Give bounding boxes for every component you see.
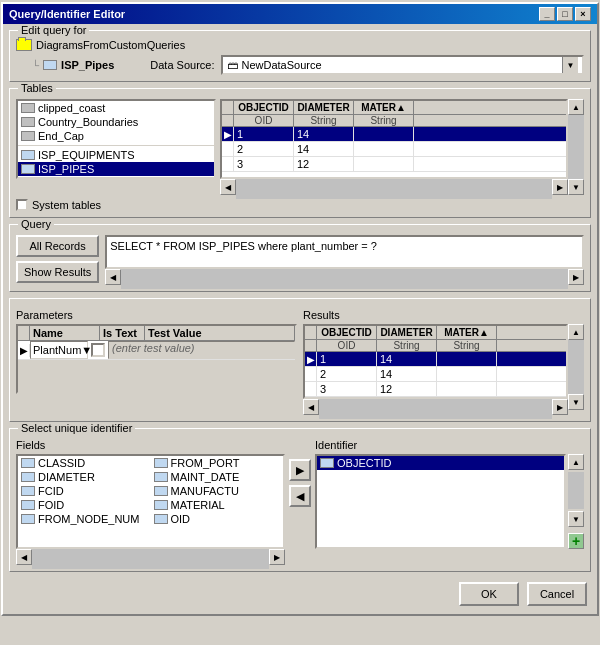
scroll-track[interactable] [319, 399, 552, 419]
scroll-left-btn[interactable]: ◀ [220, 179, 236, 195]
identifier-scroll-controls: ▲ ▼ + [568, 454, 584, 549]
identifier-add-button[interactable]: + [568, 533, 584, 549]
scroll-left-btn[interactable]: ◀ [303, 399, 319, 415]
scroll-down-btn[interactable]: ▼ [568, 179, 584, 195]
list-item[interactable]: DIAMETER [18, 470, 151, 484]
table-name: clipped_coast [38, 102, 105, 114]
scroll-right-btn[interactable]: ▶ [552, 179, 568, 195]
results-sub-header: OID String String [305, 340, 566, 352]
parameters-grid[interactable]: Name Is Text Test Value ▶ PlantNum ▼ (en… [16, 324, 297, 394]
list-item[interactable]: clipped_coast [18, 101, 214, 115]
show-results-button[interactable]: Show Results [16, 261, 99, 283]
plantnum-dropdown[interactable]: PlantNum ▼ [30, 341, 88, 359]
system-tables-checkbox[interactable] [16, 199, 28, 211]
list-item[interactable]: MANUFACTU [151, 484, 284, 498]
scroll-track[interactable] [121, 269, 568, 289]
res-col-mater: MATER▲ [437, 326, 497, 339]
table-row[interactable]: ▶ 1 14 [222, 127, 566, 142]
vert-scrollbar-results[interactable]: ▲ ▼ [568, 324, 584, 410]
all-records-button[interactable]: All Records [16, 235, 99, 257]
horiz-scrollbar-fields[interactable]: ◀ ▶ [16, 549, 285, 565]
transfer-right-button[interactable]: ▶ [289, 459, 311, 481]
window-title: Query/Identifier Editor [9, 8, 125, 20]
horiz-scrollbar-results[interactable]: ◀ ▶ [303, 399, 568, 415]
list-item[interactable]: FROM_PORT [151, 456, 284, 470]
identifier-scroll-up[interactable]: ▲ [568, 454, 584, 470]
field-name: OID [171, 513, 191, 525]
minimize-button[interactable]: _ [539, 7, 555, 21]
sub-col-string2: String [354, 115, 414, 126]
identifier-scroll-down[interactable]: ▼ [568, 511, 584, 527]
vert-scrollbar-tables[interactable]: ▲ ▼ [568, 99, 584, 195]
identifier-list[interactable]: OBJECTID [315, 454, 566, 549]
grid-header: OBJECTID DIAMETER MATER▲ [222, 101, 566, 115]
scroll-track[interactable] [568, 340, 584, 394]
horiz-scrollbar-tables[interactable]: ◀ ▶ [220, 179, 568, 195]
sub-col-string1: String [294, 115, 354, 126]
scroll-track[interactable] [236, 179, 552, 199]
scroll-down-btn[interactable]: ▼ [568, 394, 584, 410]
list-item[interactable]: End_Cap [18, 129, 214, 143]
scroll-right-btn[interactable]: ▶ [269, 549, 285, 565]
row-arrow: ▶ [222, 127, 234, 141]
datasource-select[interactable]: 🗃 NewDataSource ▼ [221, 55, 585, 75]
list-item[interactable]: ISP_EQUIPMENTS [18, 148, 214, 162]
list-item[interactable]: MATERIAL [151, 498, 284, 512]
results-data-grid[interactable]: OBJECTID DIAMETER MATER▲ OID String Stri… [303, 324, 568, 399]
res-sub-oid: OID [317, 340, 377, 351]
cell-objectid: 2 [317, 367, 377, 381]
table-row[interactable]: 3 12 [305, 382, 566, 397]
query-buttons: All Records Show Results [16, 235, 99, 285]
ok-button[interactable]: OK [459, 582, 519, 606]
res-col-objectid: OBJECTID [317, 326, 377, 339]
scroll-up-btn[interactable]: ▲ [568, 99, 584, 115]
tables-left-panel: clipped_coast Country_Boundaries End_Cap [16, 99, 216, 195]
results-with-scroll: OBJECTID DIAMETER MATER▲ OID String Stri… [303, 324, 584, 415]
horiz-scrollbar-query[interactable]: ◀ ▶ [105, 269, 584, 285]
list-item[interactable]: Country_Boundaries [18, 115, 214, 129]
tables-left-list[interactable]: clipped_coast Country_Boundaries End_Cap [16, 99, 216, 179]
tables-data-grid[interactable]: OBJECTID DIAMETER MATER▲ OID String Stri… [220, 99, 568, 179]
list-item[interactable]: MAINT_DATE [151, 470, 284, 484]
list-item[interactable]: FCID [18, 484, 151, 498]
list-item[interactable]: OBJECTID [317, 456, 564, 470]
table-row[interactable]: ▶ 1 14 [305, 352, 566, 367]
fields-columns: CLASSID DIAMETER FCID [18, 456, 283, 526]
table-row[interactable]: 2 14 [305, 367, 566, 382]
scroll-track[interactable] [568, 115, 584, 179]
tables-right-panel: OBJECTID DIAMETER MATER▲ OID String Stri… [220, 99, 584, 195]
row-arrow [222, 142, 234, 156]
scroll-right-btn[interactable]: ▶ [552, 399, 568, 415]
transfer-left-button[interactable]: ◀ [289, 485, 311, 507]
cancel-button[interactable]: Cancel [527, 582, 587, 606]
close-button[interactable]: × [575, 7, 591, 21]
scroll-right-btn[interactable]: ▶ [568, 269, 584, 285]
res-sub-string2: String [437, 340, 497, 351]
scroll-left-btn[interactable]: ◀ [16, 549, 32, 565]
query-textarea[interactable] [105, 235, 584, 269]
fields-list[interactable]: CLASSID DIAMETER FCID [16, 454, 285, 549]
cell-objectid: 1 [234, 127, 294, 141]
scroll-track[interactable] [32, 549, 269, 569]
list-item[interactable]: ISP_PIPES [18, 162, 214, 176]
params-row[interactable]: ▶ PlantNum ▼ (enter test value) [18, 341, 295, 360]
field-icon [21, 472, 35, 482]
list-item[interactable]: FROM_NODE_NUM [18, 512, 151, 526]
datasource-dropdown-arrow[interactable]: ▼ [562, 57, 578, 73]
maximize-button[interactable]: □ [557, 7, 573, 21]
list-item[interactable]: OID [151, 512, 284, 526]
list-item[interactable]: ISP_VALVES [18, 176, 214, 179]
test-value-field[interactable]: (enter test value) [108, 341, 295, 359]
is-text-checkbox[interactable] [91, 343, 105, 357]
fields-panel: Fields CLASSID DIAMETER [16, 439, 285, 565]
table-row[interactable]: 3 12 [222, 157, 566, 172]
table-row[interactable]: 2 14 [222, 142, 566, 157]
table-name: End_Cap [38, 130, 84, 142]
scroll-left-btn[interactable]: ◀ [105, 269, 121, 285]
parameters-label: Parameters [16, 309, 297, 321]
scroll-up-btn[interactable]: ▲ [568, 324, 584, 340]
list-item[interactable]: CLASSID [18, 456, 151, 470]
grid-sub-header: OID String String [222, 115, 566, 127]
scroll-track[interactable] [568, 472, 584, 509]
list-item[interactable]: FOID [18, 498, 151, 512]
